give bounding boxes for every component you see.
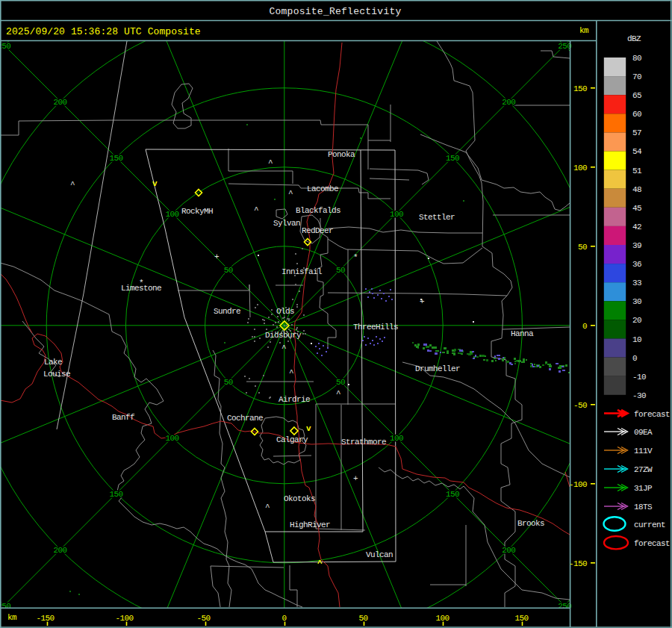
svg-text:^: ^ [70, 180, 75, 189]
svg-text:Calgary: Calgary [276, 435, 308, 444]
svg-text:+: + [353, 474, 358, 483]
svg-text:dBZ: dBZ [627, 34, 641, 43]
svg-text:20: 20 [632, 316, 641, 325]
svg-text:^: ^ [265, 503, 270, 512]
svg-text:HighRiver: HighRiver [290, 520, 330, 529]
svg-text:^: ^ [268, 158, 273, 167]
svg-text:^: ^ [281, 343, 286, 352]
svg-text:Louise: Louise [43, 370, 70, 379]
svg-text:39: 39 [632, 241, 641, 250]
svg-text:-100: -100 [115, 614, 133, 623]
svg-text:forecast: forecast [634, 539, 670, 548]
svg-text:45: 45 [632, 204, 641, 213]
svg-text:Sylvan: Sylvan [273, 219, 300, 228]
svg-text:-100: -100 [569, 480, 587, 489]
svg-text:150: 150 [110, 490, 123, 499]
svg-text:-10: -10 [632, 373, 646, 382]
svg-text:150: 150 [573, 84, 587, 93]
svg-text:-50: -50 [573, 401, 587, 410]
svg-text:48: 48 [632, 185, 641, 194]
svg-text:65: 65 [632, 91, 641, 100]
svg-text:Blackfalds: Blackfalds [296, 206, 340, 215]
svg-text:^: ^ [254, 205, 258, 214]
svg-text:Hanna: Hanna [511, 329, 534, 338]
svg-text:*: * [353, 253, 358, 262]
svg-text:100: 100 [435, 614, 449, 623]
svg-text:100: 100 [390, 434, 403, 443]
svg-text:^: ^ [288, 189, 293, 198]
svg-text:RedDeer: RedDeer [302, 226, 333, 235]
svg-text:250: 250 [0, 42, 10, 51]
svg-text:Didsbury: Didsbury [265, 331, 302, 340]
svg-text:Sundre: Sundre [214, 307, 240, 316]
svg-text:111V: 111V [634, 447, 653, 456]
svg-text:2025/09/20 15:36:28 UTC Compos: 2025/09/20 15:36:28 UTC Composite [6, 26, 201, 37]
svg-text:36: 36 [632, 260, 641, 269]
svg-text:200: 200 [53, 98, 66, 107]
svg-text:27ZW: 27ZW [634, 465, 653, 474]
svg-text:200: 200 [502, 98, 515, 107]
svg-text:50: 50 [336, 378, 345, 387]
svg-text:250: 250 [558, 602, 571, 611]
svg-text:0: 0 [281, 614, 286, 623]
svg-text:30: 30 [632, 297, 641, 306]
svg-text:60: 60 [632, 110, 641, 119]
svg-text:09EA: 09EA [634, 428, 653, 437]
svg-text:50: 50 [224, 266, 233, 275]
svg-text:54: 54 [632, 147, 642, 156]
svg-text:-150: -150 [569, 559, 587, 568]
svg-text:-50: -50 [196, 614, 210, 623]
svg-text:-30: -30 [632, 391, 646, 400]
svg-text:*: * [139, 279, 143, 287]
svg-text:Cochrane: Cochrane [227, 414, 263, 423]
svg-text:51: 51 [632, 167, 642, 175]
svg-text:50: 50 [358, 614, 367, 623]
svg-text:57: 57 [632, 128, 641, 137]
svg-text:v: v [306, 424, 311, 433]
svg-text:Drumheller: Drumheller [415, 364, 460, 373]
svg-text:250: 250 [0, 602, 10, 611]
svg-text:forecast: forecast [634, 410, 670, 419]
svg-text:42: 42 [632, 223, 641, 231]
svg-text:-150: -150 [36, 614, 54, 623]
svg-text:150: 150 [446, 490, 459, 499]
svg-text:v: v [152, 179, 158, 188]
svg-text:Banff: Banff [112, 413, 134, 422]
svg-text:200: 200 [502, 546, 515, 555]
svg-text:250: 250 [558, 42, 571, 51]
svg-text:150: 150 [514, 614, 528, 623]
svg-text:0: 0 [632, 354, 637, 363]
svg-text:150: 150 [446, 154, 459, 163]
svg-text:Strathmore: Strathmore [341, 438, 386, 447]
svg-text:70: 70 [632, 72, 641, 81]
svg-text:100: 100 [390, 210, 403, 219]
svg-text:10: 10 [632, 335, 641, 344]
svg-text:^: ^ [336, 389, 340, 398]
svg-text:Lacombe: Lacombe [307, 184, 338, 193]
svg-text:200: 200 [53, 546, 66, 555]
svg-text:Composite_Reflectivity: Composite_Reflectivity [269, 6, 401, 17]
svg-text:+: + [420, 297, 424, 306]
svg-text:50: 50 [578, 243, 587, 252]
svg-text:current: current [634, 520, 665, 529]
svg-text:^: ^ [289, 368, 293, 377]
svg-text:Vulcan: Vulcan [366, 550, 393, 559]
svg-text:Brooks: Brooks [517, 519, 544, 528]
svg-text:Airdrie: Airdrie [279, 395, 310, 404]
svg-text:80: 80 [632, 54, 641, 63]
svg-text:Innisfail: Innisfail [281, 267, 322, 276]
svg-text:100: 100 [573, 164, 587, 172]
svg-text:33: 33 [632, 279, 641, 287]
svg-text:^: ^ [317, 559, 323, 568]
svg-text:0: 0 [582, 322, 587, 331]
svg-text:Stettler: Stettler [419, 213, 455, 222]
svg-text:100: 100 [166, 434, 179, 443]
svg-text:Ponoka: Ponoka [328, 150, 355, 159]
svg-text:+: + [214, 252, 219, 261]
svg-text:31JP: 31JP [634, 484, 653, 493]
svg-text:Okotoks: Okotoks [284, 494, 315, 503]
svg-text:RockyMH: RockyMH [181, 207, 213, 216]
svg-text:50: 50 [224, 378, 233, 387]
svg-text:Lake: Lake [44, 358, 62, 367]
svg-text:Olds: Olds [276, 307, 294, 316]
